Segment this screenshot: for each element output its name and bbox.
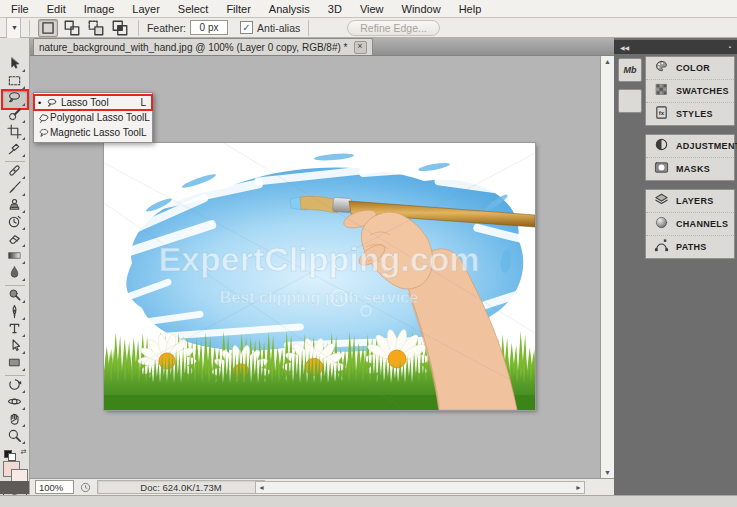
menu-help[interactable]: Help <box>450 0 491 18</box>
refine-edge-button[interactable]: Refine Edge... <box>347 20 440 36</box>
menu-image[interactable]: Image <box>75 0 124 18</box>
scroll-left-icon[interactable]: ◄ <box>258 484 265 491</box>
type-tool[interactable] <box>3 322 27 339</box>
scroll-up-icon[interactable]: ▲ <box>601 58 614 65</box>
menu-select[interactable]: Select <box>169 0 218 18</box>
panel-button-color[interactable]: COLOR <box>646 57 734 80</box>
canvas-image[interactable]: ExpertClipping.com Best clipping path se… <box>104 143 535 410</box>
default-colors-icon[interactable] <box>4 450 16 460</box>
mini-bridge-icon: Mb <box>624 65 637 75</box>
flyout-item-label: Magnetic Lasso Tool <box>50 127 141 138</box>
panel-button-swatches[interactable]: SWATCHES <box>646 80 734 103</box>
path-selection-tool[interactable] <box>3 339 27 356</box>
clone-stamp-tool[interactable] <box>3 198 27 215</box>
eyedropper-tool[interactable] <box>3 142 27 159</box>
lasso-tool-flyout: •Lasso ToolLPolygonal Lasso ToolLMagneti… <box>33 92 153 143</box>
divider <box>308 20 309 36</box>
panel-button-paths[interactable]: PATHS <box>646 236 734 258</box>
menu-3d[interactable]: 3D <box>319 0 351 18</box>
orbit-3d-tool[interactable] <box>3 395 27 412</box>
collapse-dock-icon[interactable]: ◀◀ <box>620 44 629 51</box>
divider <box>5 161 25 162</box>
menu-layer[interactable]: Layer <box>123 0 169 18</box>
document-tab[interactable]: nature_background_with_hand.jpg @ 100% (… <box>33 38 373 55</box>
swap-colors-icon[interactable]: ⇄ <box>21 448 27 456</box>
scroll-down-icon[interactable]: ▼ <box>601 469 614 476</box>
rectangle-shape-tool[interactable] <box>3 356 27 373</box>
anti-alias-checkbox[interactable]: ✓ <box>240 21 253 34</box>
move-tool[interactable] <box>3 57 27 74</box>
subtract-from-selection-button[interactable] <box>86 19 106 37</box>
blur-tool[interactable] <box>3 266 27 283</box>
panel-button-layers[interactable]: LAYERS <box>646 190 734 213</box>
document-size-field[interactable]: Doc: 624.0K/1.73M <box>97 480 265 494</box>
tool-palette: ⇄ <box>0 38 30 494</box>
flyout-item-label: Lasso Tool <box>61 97 140 108</box>
panel-button-masks[interactable]: MASKS <box>646 158 734 180</box>
panel-label: ADJUSTMENTS <box>676 141 737 151</box>
flyout-item-lasso-tool[interactable]: •Lasso ToolL <box>34 95 152 110</box>
magnetic-lasso-icon <box>38 127 50 139</box>
collapsed-panel-icons: Mb <box>618 58 642 120</box>
history-brush-tool[interactable] <box>3 215 27 232</box>
divider <box>5 285 25 286</box>
document-title: nature_background_with_hand.jpg @ 100% (… <box>39 42 348 53</box>
flyout-item-shortcut: L <box>140 97 148 108</box>
panel-group: COLORSWATCHESfxSTYLES <box>645 56 735 126</box>
zoom-level-field[interactable]: 100% <box>35 480 74 494</box>
panel-group: ADJUSTMENTSMASKS <box>645 134 735 181</box>
hand-tool[interactable] <box>3 412 27 429</box>
shape-icon <box>7 355 22 374</box>
blur-icon <box>7 265 22 284</box>
panel-label: CHANNELS <box>676 219 728 229</box>
mini-bridge-panel-button[interactable]: Mb <box>618 58 642 82</box>
new-selection-button[interactable] <box>38 19 58 37</box>
pen-tool[interactable] <box>3 305 27 322</box>
menu-bar: FileEditImageLayerSelectFilterAnalysis3D… <box>0 0 737 18</box>
menu-edit[interactable]: Edit <box>38 0 75 18</box>
document-tab-bar: nature_background_with_hand.jpg @ 100% (… <box>30 38 614 56</box>
intersect-selection-button[interactable] <box>110 19 130 37</box>
scroll-right-icon[interactable]: ► <box>575 484 582 491</box>
adjustments-icon <box>654 137 669 156</box>
tool-preset-picker[interactable]: ▼ <box>6 17 21 39</box>
clock-icon <box>80 482 91 493</box>
brush-tool[interactable] <box>3 181 27 198</box>
menu-analysis[interactable]: Analysis <box>260 0 319 18</box>
zoom-tool[interactable] <box>3 429 27 446</box>
menu-filter[interactable]: Filter <box>217 0 259 18</box>
add-to-selection-button[interactable] <box>62 19 82 37</box>
rotate-3d-tool[interactable] <box>3 378 27 395</box>
flyout-item-polygonal-lasso-tool[interactable]: Polygonal Lasso ToolL <box>34 110 152 125</box>
panel-button-channels[interactable]: CHANNELS <box>646 213 734 236</box>
divider <box>5 375 25 376</box>
menu-view[interactable]: View <box>351 0 393 18</box>
dodge-tool[interactable] <box>3 288 27 305</box>
quick-selection-tool[interactable] <box>3 108 27 125</box>
close-icon[interactable]: × <box>354 41 367 54</box>
crop-tool[interactable] <box>3 125 27 142</box>
spot-healing-brush-tool[interactable] <box>3 164 27 181</box>
lasso-tool[interactable] <box>3 91 27 108</box>
dock-header[interactable]: ◀◀ ▪ <box>614 40 737 54</box>
rectangular-marquee-tool[interactable] <box>3 74 27 91</box>
panel-label: LAYERS <box>676 196 713 206</box>
horizontal-scrollbar[interactable]: ◄ ► <box>255 481 585 494</box>
chevron-down-icon: ▼ <box>11 24 18 31</box>
panel-label: COLOR <box>676 63 710 73</box>
status-bar: 100% Doc: 624.0K/1.73M ▶ ◄ ► <box>30 478 614 495</box>
flyout-item-magnetic-lasso-tool[interactable]: Magnetic Lasso ToolL <box>34 125 152 140</box>
eyedropper-icon <box>7 141 22 160</box>
panel-button-adjustments[interactable]: ADJUSTMENTS <box>646 135 734 158</box>
gradient-tool[interactable] <box>3 249 27 266</box>
panel-button-styles[interactable]: fxSTYLES <box>646 103 734 125</box>
flyout-item-label: Polygonal Lasso Tool <box>50 112 144 123</box>
dock-menu-icon[interactable]: ▪ <box>729 44 731 50</box>
feather-input[interactable] <box>190 20 228 35</box>
vertical-scrollbar[interactable]: ▲ ▼ <box>600 56 614 478</box>
menu-window[interactable]: Window <box>393 0 450 18</box>
history-panel-button[interactable] <box>618 89 642 113</box>
menu-file[interactable]: File <box>2 0 38 18</box>
eraser-tool[interactable] <box>3 232 27 249</box>
flyout-item-shortcut: L <box>144 112 152 123</box>
